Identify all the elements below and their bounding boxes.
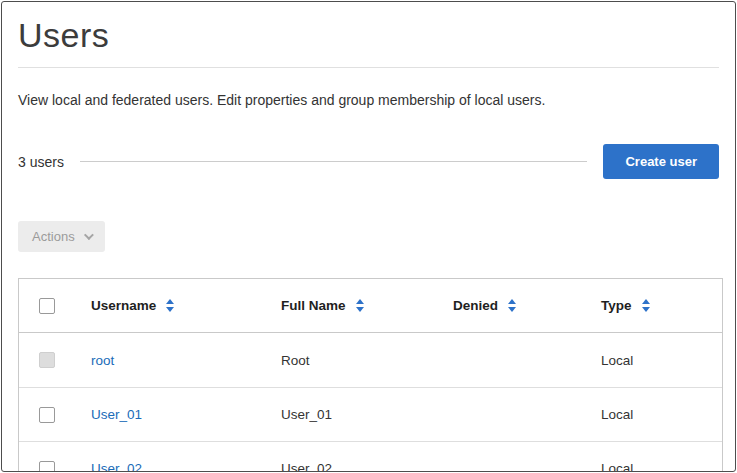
fullname-cell: Root	[265, 353, 437, 368]
chevron-down-icon	[84, 230, 94, 240]
username-link[interactable]: User_02	[91, 461, 142, 472]
column-header-type: Type	[585, 298, 722, 313]
users-table: Username Full Name Denied Type root	[18, 278, 723, 472]
username-cell: User_02	[75, 461, 265, 472]
fullname-cell: User_02	[265, 461, 437, 472]
username-link[interactable]: User_01	[91, 407, 142, 422]
row-checkbox[interactable]	[39, 461, 55, 473]
create-user-button[interactable]: Create user	[603, 144, 719, 179]
type-cell: Local	[585, 461, 722, 472]
table-row: User_01 User_01 Local	[19, 387, 722, 441]
type-cell: Local	[585, 353, 722, 368]
row-checkbox	[39, 352, 55, 368]
row-checkbox-cell	[19, 352, 75, 368]
count-row: 3 users Create user	[18, 144, 719, 179]
username-link[interactable]: root	[91, 353, 114, 368]
select-all-checkbox[interactable]	[39, 298, 55, 314]
column-header-label: Denied	[453, 298, 498, 313]
column-header-fullname: Full Name	[265, 298, 437, 313]
table-row: User_02 User_02 Local	[19, 441, 722, 472]
actions-button[interactable]: Actions	[18, 221, 105, 252]
column-header-label: Full Name	[281, 298, 346, 313]
table-header-row: Username Full Name Denied Type	[19, 279, 722, 333]
row-checkbox-cell	[19, 461, 75, 473]
horizontal-divider	[80, 161, 588, 162]
sort-icon[interactable]	[356, 299, 364, 312]
fullname-cell: User_01	[265, 407, 437, 422]
row-checkbox[interactable]	[39, 407, 55, 423]
column-header-denied: Denied	[437, 298, 585, 313]
actions-button-label: Actions	[32, 229, 75, 244]
row-checkbox-cell	[19, 407, 75, 423]
column-header-label: Type	[601, 298, 632, 313]
page-description: View local and federated users. Edit pro…	[18, 92, 719, 108]
header-checkbox-cell	[19, 298, 75, 314]
sort-icon[interactable]	[642, 299, 650, 312]
username-cell: root	[75, 353, 265, 368]
sort-icon[interactable]	[508, 299, 516, 312]
user-count-label: 3 users	[18, 154, 64, 170]
username-cell: User_01	[75, 407, 265, 422]
type-cell: Local	[585, 407, 722, 422]
users-page: Users View local and federated users. Ed…	[1, 1, 736, 472]
column-header-username: Username	[75, 298, 265, 313]
page-title: Users	[18, 16, 719, 55]
title-divider	[18, 67, 719, 68]
sort-icon[interactable]	[166, 299, 174, 312]
table-row: root Root Local	[19, 333, 722, 387]
column-header-label: Username	[91, 298, 156, 313]
